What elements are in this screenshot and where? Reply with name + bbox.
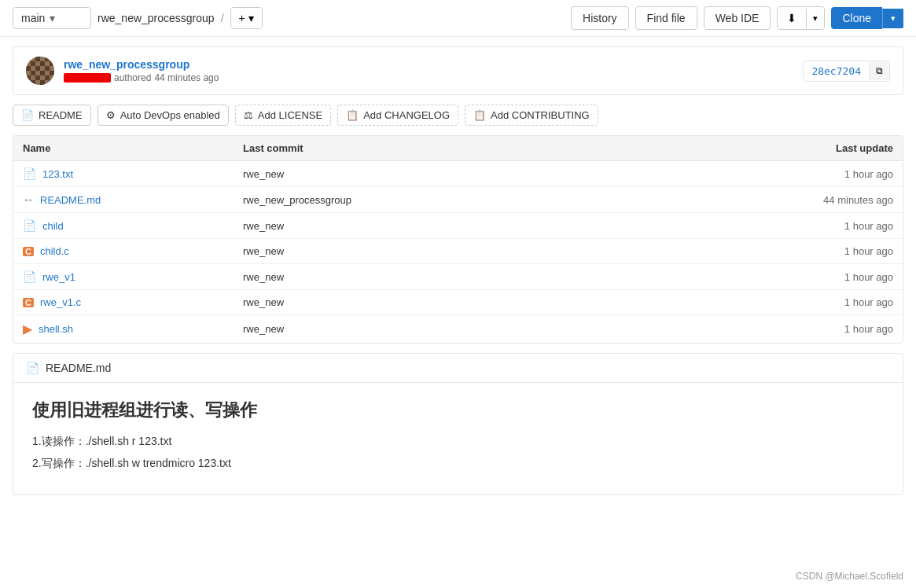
file-icon-123txt: 📄 bbox=[23, 167, 36, 180]
col-last-commit: Last commit bbox=[243, 142, 767, 154]
author-redacted bbox=[64, 73, 111, 83]
find-file-button[interactable]: Find file bbox=[635, 6, 697, 30]
badge-add-license[interactable]: ⚖Add LICENSE bbox=[235, 105, 331, 126]
file-icon-shellsh: ▶ bbox=[23, 322, 32, 336]
file-icon-readmemd: ↔ bbox=[23, 193, 34, 206]
table-row: ▶ shell.sh rwe_new 1 hour ago bbox=[13, 315, 903, 343]
file-name-shellsh[interactable]: ▶ shell.sh bbox=[23, 322, 243, 336]
path-slash: / bbox=[221, 12, 224, 24]
file-name-readmemd[interactable]: ↔ README.md bbox=[23, 193, 243, 206]
svg-rect-1 bbox=[26, 57, 31, 61]
badge-add-changelog[interactable]: 📋Add CHANGELOG bbox=[337, 105, 458, 126]
last-update-shellsh: 1 hour ago bbox=[767, 323, 893, 335]
top-toolbar: main ▾ rwe_new_processgroup / + ▾ Histor… bbox=[0, 0, 916, 37]
path-segment: rwe_new_processgroup / + ▾ bbox=[97, 7, 263, 29]
badge-label-add-contributing: Add CONTRIBUTING bbox=[491, 109, 590, 121]
badge-auto-devops[interactable]: ⚙Auto DevOps enabled bbox=[97, 105, 229, 126]
history-button[interactable]: History bbox=[571, 6, 629, 30]
readme-header: 📄 README.md bbox=[13, 354, 903, 383]
add-file-button[interactable]: + ▾ bbox=[231, 8, 262, 28]
download-main-button[interactable]: ⬇ bbox=[778, 7, 806, 29]
web-ide-button[interactable]: Web IDE bbox=[704, 6, 771, 30]
file-name-child[interactable]: 📄 child bbox=[23, 219, 243, 232]
download-arrow-button[interactable]: ▾ bbox=[806, 9, 824, 28]
table-row: C child.c rwe_new 1 hour ago bbox=[13, 239, 903, 264]
commit-msg-readmemd: rwe_new_processgroup bbox=[243, 194, 767, 206]
branch-name: main bbox=[21, 12, 45, 24]
add-icon: + bbox=[239, 12, 245, 24]
readme-title: 使用旧进程组进行读、写操作 bbox=[32, 399, 884, 422]
svg-rect-6 bbox=[50, 61, 54, 66]
svg-rect-7 bbox=[26, 66, 31, 71]
table-row: 📄 123.txt rwe_new 1 hour ago bbox=[13, 161, 903, 187]
svg-rect-16 bbox=[31, 80, 35, 85]
clone-main-button[interactable]: Clone bbox=[831, 7, 882, 29]
download-chevron-icon: ▾ bbox=[813, 13, 818, 23]
badge-icon-add-contributing: 📋 bbox=[473, 109, 486, 121]
commit-info: rwe_new_processgroup authored 44 minutes… bbox=[13, 46, 903, 95]
avatar bbox=[26, 57, 54, 85]
copy-hash-button[interactable]: ⧉ bbox=[869, 61, 889, 80]
readme-item-1: 2.写操作：./shell.sh w trendmicro 123.txt bbox=[32, 457, 884, 471]
col-name: Name bbox=[23, 142, 243, 154]
commit-msg-rwev1c: rwe_new bbox=[243, 296, 767, 308]
commit-msg-rwev1: rwe_new bbox=[243, 271, 767, 283]
commit-meta: authored 44 minutes ago bbox=[64, 72, 793, 83]
badge-label-auto-devops: Auto DevOps enabled bbox=[120, 109, 220, 121]
file-icon-rwev1c: C bbox=[23, 298, 34, 307]
commit-msg-123txt: rwe_new bbox=[243, 168, 767, 180]
readme-items: 1.读操作：./shell.sh r 123.txt2.写操作：./shell.… bbox=[32, 435, 884, 471]
badge-icon-add-changelog: 📋 bbox=[346, 109, 359, 121]
commit-time: 44 minutes ago bbox=[154, 72, 219, 83]
svg-rect-3 bbox=[45, 57, 50, 61]
readme-header-icon: 📄 bbox=[26, 362, 39, 374]
table-row: C rwe_v1.c rwe_new 1 hour ago bbox=[13, 290, 903, 315]
last-update-123txt: 1 hour ago bbox=[767, 168, 893, 180]
file-name-rwev1[interactable]: 📄 rwe_v1 bbox=[23, 270, 243, 283]
path-actions: + ▾ bbox=[230, 7, 263, 29]
file-name-123txt[interactable]: 📄 123.txt bbox=[23, 167, 243, 180]
svg-rect-12 bbox=[50, 71, 54, 75]
svg-rect-13 bbox=[26, 75, 31, 80]
commit-details: rwe_new_processgroup authored 44 minutes… bbox=[64, 58, 793, 83]
table-row: ↔ README.md rwe_new_processgroup 44 minu… bbox=[13, 187, 903, 213]
clone-chevron-icon: ▾ bbox=[891, 13, 896, 23]
svg-rect-17 bbox=[40, 80, 45, 85]
svg-rect-9 bbox=[45, 66, 50, 71]
badge-label-add-license: Add LICENSE bbox=[258, 109, 322, 121]
file-name-childc[interactable]: C child.c bbox=[23, 245, 243, 257]
commit-hash[interactable]: 28ec7204 bbox=[804, 61, 869, 81]
svg-rect-14 bbox=[35, 75, 40, 80]
last-update-child: 1 hour ago bbox=[767, 220, 893, 232]
readme-content: 使用旧进程组进行读、写操作 1.读操作：./shell.sh r 123.txt… bbox=[13, 383, 903, 494]
file-icon-childc: C bbox=[23, 247, 34, 256]
svg-rect-4 bbox=[31, 61, 35, 66]
badge-add-contributing[interactable]: 📋Add CONTRIBUTING bbox=[465, 105, 598, 126]
download-button: ⬇ ▾ bbox=[777, 6, 825, 30]
clone-button: Clone ▾ bbox=[831, 7, 903, 29]
commit-hash-box: 28ec7204 ⧉ bbox=[803, 61, 890, 82]
file-table: Name Last commit Last update 📄 123.txt r… bbox=[13, 135, 903, 344]
commit-title[interactable]: rwe_new_processgroup bbox=[64, 58, 793, 71]
svg-rect-18 bbox=[50, 80, 54, 85]
path-name: rwe_new_processgroup bbox=[97, 12, 215, 24]
badge-label-readme: README bbox=[39, 109, 83, 121]
download-icon: ⬇ bbox=[787, 12, 796, 24]
svg-rect-15 bbox=[45, 75, 50, 80]
readme-header-label: README.md bbox=[46, 362, 111, 374]
badge-readme[interactable]: 📄README bbox=[13, 105, 91, 126]
table-row: 📄 child rwe_new 1 hour ago bbox=[13, 213, 903, 239]
badges-row: 📄README⚙Auto DevOps enabled⚖Add LICENSE📋… bbox=[0, 105, 916, 135]
commit-msg-childc: rwe_new bbox=[243, 245, 767, 257]
clone-arrow-button[interactable]: ▾ bbox=[882, 9, 903, 28]
commit-msg-shellsh: rwe_new bbox=[243, 323, 767, 335]
badge-icon-readme: 📄 bbox=[21, 109, 34, 121]
svg-rect-11 bbox=[40, 71, 45, 75]
branch-selector[interactable]: main ▾ bbox=[13, 7, 91, 29]
col-last-update: Last update bbox=[767, 142, 893, 154]
badge-icon-auto-devops: ⚙ bbox=[106, 109, 116, 121]
last-update-rwev1c: 1 hour ago bbox=[767, 296, 893, 308]
table-header: Name Last commit Last update bbox=[13, 136, 903, 161]
commit-msg-child: rwe_new bbox=[243, 220, 767, 232]
file-name-rwev1c[interactable]: C rwe_v1.c bbox=[23, 296, 243, 308]
